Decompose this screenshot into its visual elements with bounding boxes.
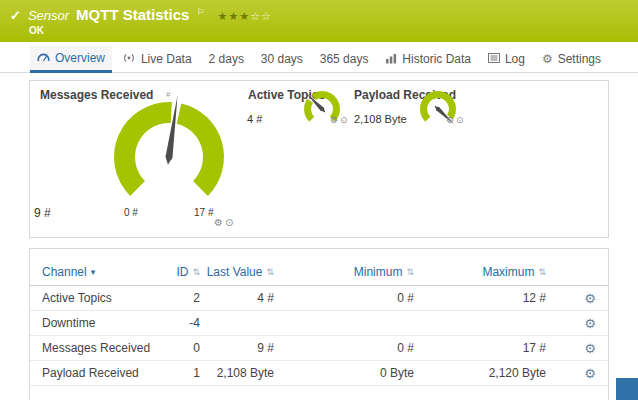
channel-settings-icon[interactable]: ⚙	[546, 341, 596, 356]
channel-settings-icon[interactable]: ⚙	[546, 291, 596, 306]
channel-id: 1	[162, 366, 200, 380]
column-label: Channel	[42, 265, 87, 279]
column-label: Last Value	[207, 265, 263, 279]
sort-icon: ⇅	[406, 267, 414, 277]
tab-label: Live Data	[141, 52, 192, 66]
column-header-id[interactable]: ID ⇅	[162, 265, 200, 279]
table-row[interactable]: Messages Received 0 9 # 0 # 17 # ⚙	[30, 336, 608, 361]
channel-id: -4	[162, 316, 200, 330]
table-header-row: Channel ▾ ID ⇅ Last Value ⇅ Minimum ⇅ Ma…	[30, 249, 608, 286]
tab-2-days[interactable]: 2 days	[202, 46, 251, 72]
channel-minimum: 0 #	[274, 341, 414, 355]
small-gauge-actions[interactable]: ⚙⊙	[446, 115, 466, 125]
channel-last-value: 9 #	[200, 341, 274, 355]
main-gauge-value: 9 #	[34, 206, 51, 220]
object-kind-label: Sensor	[28, 8, 69, 23]
column-header-maximum[interactable]: Maximum ⇅	[414, 265, 546, 279]
inspect-icon[interactable]: ⊙	[340, 115, 350, 125]
gear-icon[interactable]: ⚙	[214, 217, 225, 228]
tab-historic-data[interactable]: Historic Data	[378, 46, 478, 72]
tab-log[interactable]: Log	[481, 46, 532, 72]
tab-label: Settings	[558, 52, 601, 66]
corner-button[interactable]	[616, 378, 638, 400]
tab-30-days[interactable]: 30 days	[254, 46, 310, 72]
column-header-last-value[interactable]: Last Value ⇅	[200, 265, 274, 279]
channel-last-value: 2,108 Byte	[200, 366, 274, 380]
channel-settings-icon[interactable]: ⚙	[546, 366, 596, 381]
tab-bar: Overview Live Data 2 days 30 days 365 da…	[0, 46, 638, 73]
flag-icon[interactable]: ⚐	[196, 7, 204, 17]
sort-icon: ⇅	[266, 267, 274, 277]
sort-icon: ⇅	[538, 267, 546, 277]
inspect-icon[interactable]: ⊙	[225, 217, 235, 228]
main-gauge	[99, 81, 239, 221]
tab-label: Historic Data	[402, 52, 471, 66]
table-row[interactable]: Payload Received 1 2,108 Byte 0 Byte 2,1…	[30, 361, 608, 386]
channel-maximum: 17 #	[414, 341, 546, 355]
tab-label: Overview	[55, 51, 105, 65]
stars-empty[interactable]: ☆☆	[250, 10, 272, 22]
channel-name[interactable]: Downtime	[42, 316, 162, 330]
column-label: ID	[176, 265, 188, 279]
column-header-actions	[546, 265, 596, 279]
channel-maximum: 2,120 Byte	[414, 366, 546, 380]
tab-settings[interactable]: ⚙ Settings	[535, 46, 608, 72]
tab-label: Log	[505, 52, 525, 66]
inspect-icon[interactable]: ⊙	[456, 115, 466, 125]
tab-live-data[interactable]: Live Data	[115, 46, 199, 72]
gauges-panel: Messages Received # 9 # 0 # 17 # ⚙⊙ Acti…	[29, 80, 609, 238]
priority-stars[interactable]: ★★★☆☆	[218, 10, 272, 23]
channel-id: 2	[162, 291, 200, 305]
main-gauge-min: 0 #	[124, 207, 138, 218]
small-gauge-value: 4 #	[247, 113, 262, 125]
small-gauge-value: 2,108 Byte	[354, 113, 407, 125]
channel-name[interactable]: Active Topics	[42, 291, 162, 305]
channel-minimum: 0 #	[274, 291, 414, 305]
column-header-channel[interactable]: Channel ▾	[42, 265, 162, 279]
channel-minimum: 0 Byte	[274, 366, 414, 380]
sort-descending-icon: ▾	[91, 267, 96, 277]
status-check-icon: ✓	[10, 8, 21, 23]
column-label: Maximum	[482, 265, 534, 279]
column-header-minimum[interactable]: Minimum ⇅	[274, 265, 414, 279]
gear-icon[interactable]: ⚙	[330, 115, 340, 125]
page-title: MQTT Statistics	[76, 6, 189, 23]
small-gauge-actions[interactable]: ⚙⊙	[330, 115, 350, 125]
channel-id: 0	[162, 341, 200, 355]
tab-overview[interactable]: Overview	[30, 46, 112, 73]
gear-icon: ⚙	[542, 53, 553, 65]
bar-chart-icon	[385, 53, 397, 66]
channel-name[interactable]: Messages Received	[42, 341, 162, 355]
main-gauge-actions[interactable]: ⚙⊙	[214, 217, 235, 228]
channel-table-panel: Channel ▾ ID ⇅ Last Value ⇅ Minimum ⇅ Ma…	[29, 248, 609, 400]
main-gauge-max: 17 #	[194, 207, 213, 218]
channel-settings-icon[interactable]: ⚙	[546, 316, 596, 331]
column-label: Minimum	[354, 265, 403, 279]
live-signal-icon	[122, 53, 136, 65]
channel-maximum: 12 #	[414, 291, 546, 305]
stars-filled[interactable]: ★★★	[218, 10, 251, 22]
tab-label: 30 days	[261, 52, 303, 66]
gauge-icon	[37, 52, 50, 65]
status-badge: OK	[29, 25, 44, 36]
sensor-header: ✓ Sensor MQTT Statistics ⚐ ★★★☆☆ OK	[0, 0, 638, 42]
tab-label: 365 days	[320, 52, 369, 66]
channel-last-value: 4 #	[200, 291, 274, 305]
log-list-icon	[488, 53, 500, 65]
tab-label: 2 days	[209, 52, 244, 66]
gear-icon[interactable]: ⚙	[446, 115, 456, 125]
table-row[interactable]: Active Topics 2 4 # 0 # 12 # ⚙	[30, 286, 608, 311]
sort-icon: ⇅	[192, 267, 200, 277]
channel-name[interactable]: Payload Received	[42, 366, 162, 380]
table-row[interactable]: Downtime -4 ⚙	[30, 311, 608, 336]
tab-365-days[interactable]: 365 days	[313, 46, 376, 72]
